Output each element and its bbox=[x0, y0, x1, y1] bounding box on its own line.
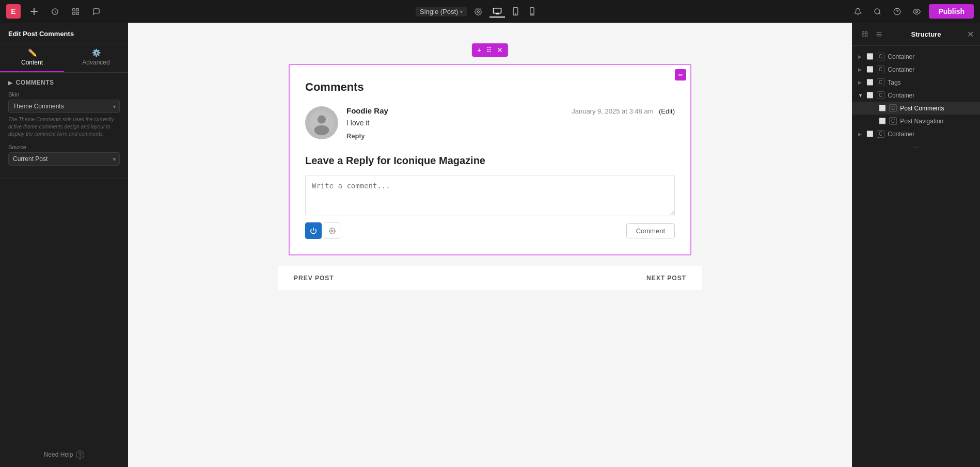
tree-item-container-2[interactable]: ▶ ⬜ C Container bbox=[852, 63, 980, 76]
panel-tabs: ✏️ Content ⚙️ Advanced bbox=[0, 43, 128, 73]
topbar-right: Publish bbox=[850, 4, 974, 19]
structure-tree: ▶ ⬜ C Container ▶ ⬜ C Container ▶ ⬜ C Ta… bbox=[852, 46, 980, 157]
svg-point-10 bbox=[875, 8, 880, 13]
svg-rect-3 bbox=[76, 12, 78, 14]
help-circle-icon: ? bbox=[76, 450, 84, 459]
comment-avatar bbox=[305, 106, 338, 139]
flex-badge-pn: C bbox=[889, 117, 897, 125]
delete-element-button[interactable]: ✕ bbox=[495, 45, 505, 55]
flex-badge-1: C bbox=[877, 53, 884, 60]
mobile-view-btn[interactable] bbox=[526, 5, 538, 18]
move-element-button[interactable]: ⠿ bbox=[484, 45, 494, 55]
topbar: E Single (Post) ▾ bbox=[0, 0, 980, 23]
flex-badge-2: C bbox=[877, 66, 884, 73]
comment-author: Foodie Ray bbox=[346, 106, 388, 115]
comments-section-title[interactable]: ▶ Comments bbox=[8, 79, 120, 86]
tree-item-container-1[interactable]: ▶ ⬜ C Container bbox=[852, 50, 980, 63]
need-help-label: Need Help bbox=[44, 451, 73, 458]
prev-post-link[interactable]: PREV POST bbox=[294, 275, 334, 282]
comment-submit-button[interactable]: Comment bbox=[626, 223, 675, 238]
panel-title: Edit Post Comments bbox=[0, 23, 128, 43]
panel-header-icons bbox=[858, 28, 885, 40]
comment-reply-link[interactable]: Reply bbox=[346, 132, 365, 140]
settings-icon-btn[interactable] bbox=[324, 222, 340, 239]
power-icon-btn[interactable] bbox=[305, 222, 322, 239]
svg-point-12 bbox=[916, 10, 918, 12]
svg-rect-5 bbox=[494, 8, 501, 13]
add-element-icon[interactable] bbox=[27, 4, 41, 19]
preview-icon[interactable] bbox=[909, 4, 924, 19]
comment-header: Foodie Ray January 9, 2025 at 3:48 am (E… bbox=[346, 106, 675, 116]
right-panel: Structure ✕ ▶ ⬜ C Container ▶ ⬜ C Contai… bbox=[852, 23, 980, 467]
elementor-logo[interactable]: E bbox=[6, 4, 21, 19]
tree-item-tags[interactable]: ▶ ⬜ C Tags bbox=[852, 76, 980, 89]
publish-button[interactable]: Publish bbox=[929, 4, 974, 19]
panel-home-icon[interactable] bbox=[858, 28, 871, 40]
settings-icon[interactable] bbox=[471, 4, 485, 19]
flex-badge-tags: C bbox=[877, 78, 884, 86]
container-icon-1: ⬜ bbox=[866, 53, 874, 60]
structure-icon[interactable] bbox=[68, 4, 83, 19]
desktop-view-btn[interactable] bbox=[489, 5, 505, 18]
comment-body: Foodie Ray January 9, 2025 at 3:48 am (E… bbox=[346, 106, 675, 140]
main-layout: Edit Post Comments ✏️ Content ⚙️ Advance… bbox=[0, 23, 980, 467]
section-expand-arrow: ▶ bbox=[8, 80, 13, 86]
add-element-button[interactable]: + bbox=[475, 45, 483, 55]
source-label: Source bbox=[8, 144, 120, 150]
history-icon[interactable] bbox=[48, 4, 62, 19]
tree-label-container-4: Container bbox=[888, 131, 974, 138]
content-tab-label: Content bbox=[21, 59, 43, 66]
right-panel-close-button[interactable]: ✕ bbox=[967, 29, 974, 39]
tree-label-post-comments: Post Comments bbox=[900, 105, 974, 112]
tree-item-post-comments[interactable]: ▶ ⬜ C Post Comments bbox=[852, 102, 980, 115]
tablet-view-btn[interactable] bbox=[509, 5, 522, 18]
skin-select[interactable]: Theme Comments bbox=[8, 100, 120, 113]
expand-arrow-container-4: ▶ bbox=[858, 132, 863, 137]
source-select[interactable]: Current Post bbox=[8, 152, 120, 166]
canvas-area: + ⠿ ✕ ✏ Comments bbox=[128, 23, 852, 467]
tree-item-container-4[interactable]: ▶ ⬜ C Container bbox=[852, 127, 980, 140]
tree-item-container-3[interactable]: ▼ ⬜ C Container bbox=[852, 89, 980, 102]
edit-element-icon[interactable]: ✏ bbox=[675, 69, 686, 80]
reply-section: Leave a Reply for Iconique Magazine Comm… bbox=[305, 155, 675, 239]
svg-point-9 bbox=[532, 13, 532, 14]
canvas-element-toolbar: + ⠿ ✕ bbox=[472, 43, 508, 57]
skin-label: Skin bbox=[8, 91, 120, 98]
chevron-down-icon: ▾ bbox=[460, 9, 463, 14]
comment-edit-link[interactable]: (Edit) bbox=[659, 107, 675, 115]
expand-arrow-tags: ▶ bbox=[858, 80, 863, 85]
canvas-content-box: ✏ Comments bbox=[289, 64, 691, 255]
need-help-link[interactable]: Need Help ? bbox=[0, 442, 128, 467]
advanced-tab-label: Advanced bbox=[82, 59, 109, 66]
page-type-label: Single (Post) bbox=[420, 8, 458, 15]
comments-section: ▶ Comments Skin Theme Comments The Theme… bbox=[0, 73, 128, 179]
help-icon[interactable] bbox=[890, 4, 904, 19]
container-icon-2: ⬜ bbox=[866, 66, 874, 73]
comment-textarea[interactable] bbox=[305, 175, 675, 216]
comments-icon[interactable] bbox=[89, 4, 103, 19]
advanced-tab-icon: ⚙️ bbox=[92, 49, 101, 57]
tree-item-post-navigation[interactable]: ▶ ⬜ C Post Navigation bbox=[852, 115, 980, 127]
topbar-center: Single (Post) ▾ bbox=[416, 4, 538, 19]
svg-point-4 bbox=[478, 10, 480, 12]
tree-label-container-1: Container bbox=[888, 53, 974, 60]
right-panel-header: Structure ✕ bbox=[852, 23, 980, 46]
svg-rect-19 bbox=[865, 31, 867, 34]
post-navigation: PREV POST NEXT POST bbox=[278, 266, 702, 290]
svg-rect-20 bbox=[862, 35, 864, 37]
notification-icon[interactable] bbox=[850, 4, 865, 19]
panel-sort-icon[interactable] bbox=[873, 28, 885, 40]
search-icon[interactable] bbox=[870, 4, 884, 19]
skin-row: Skin Theme Comments The Theme Comments s… bbox=[8, 91, 120, 138]
svg-rect-0 bbox=[72, 8, 74, 10]
left-panel: Edit Post Comments ✏️ Content ⚙️ Advance… bbox=[0, 23, 128, 467]
next-post-link[interactable]: NEXT POST bbox=[646, 275, 686, 282]
tab-content[interactable]: ✏️ Content bbox=[0, 43, 64, 72]
tab-advanced[interactable]: ⚙️ Advanced bbox=[64, 43, 128, 72]
skin-select-wrapper: Theme Comments bbox=[8, 100, 120, 113]
flex-badge-4: C bbox=[877, 130, 884, 138]
device-selector[interactable]: Single (Post) ▾ bbox=[416, 7, 467, 17]
tree-label-tags: Tags bbox=[888, 79, 974, 86]
expand-arrow-container-3: ▼ bbox=[858, 93, 863, 98]
comments-label: Comments bbox=[16, 79, 54, 86]
